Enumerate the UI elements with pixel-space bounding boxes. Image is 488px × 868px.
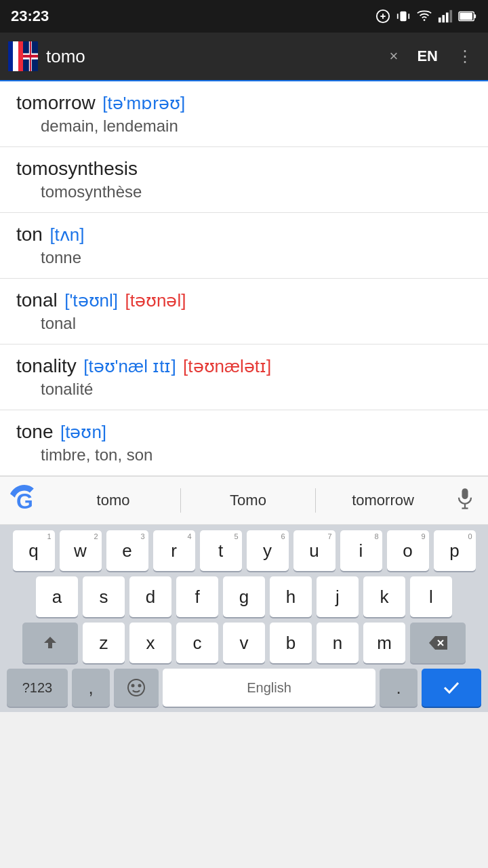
suggestions-bar: G tomo Tomo tomorrow [0,476,488,525]
search-input[interactable] [46,46,376,67]
battery-icon [458,10,477,22]
result-phonetic-2: [təʊnælətɪ] [183,356,271,376]
key-i[interactable]: 8i [340,530,382,571]
suggestion-Tomo[interactable]: Tomo [181,486,315,515]
num-switch-button[interactable]: ?123 [7,669,68,707]
result-word-line: tomorrow [tə'mɒrəʊ] [16,92,472,114]
language-flag[interactable] [8,41,38,71]
search-bar: × EN ⋮ [0,33,488,81]
result-item[interactable]: tonality [təʊ'næl ɪtɪ] [təʊnælətɪ] tonal… [0,344,488,410]
emoji-button[interactable] [114,669,159,707]
svg-rect-10 [474,14,476,18]
key-q[interactable]: 1q [13,530,55,571]
key-m[interactable]: m [363,623,405,663]
keyboard: 1q 2w 3e 4r 5t 6y 7u 8i 9o 0p a s d f g … [0,525,488,712]
svg-rect-6 [442,15,445,22]
period-key[interactable]: . [380,669,418,707]
microphone-icon [455,488,474,511]
mic-button[interactable] [450,482,480,519]
suggestion-tomo[interactable]: tomo [46,486,180,515]
key-y[interactable]: 6y [247,530,289,571]
menu-button[interactable]: ⋮ [451,44,480,68]
result-phonetic: [təʊn] [60,422,106,442]
svg-point-20 [139,685,141,687]
result-word: tonal [16,290,58,311]
result-word: tomorrow [16,92,96,113]
result-translation: timbre, ton, son [16,446,472,465]
key-t[interactable]: 5t [200,530,242,571]
key-x[interactable]: x [129,623,171,663]
result-item[interactable]: ton [tʌn] tonne [0,213,488,279]
key-u[interactable]: 7u [293,530,336,571]
result-phonetic: [tʌn] [49,224,84,245]
key-j[interactable]: j [317,576,359,617]
result-item[interactable]: tomorrow [tə'mɒrəʊ] demain, lendemain [0,81,488,147]
result-translation: tonne [16,248,472,267]
google-logo: G [8,484,41,517]
result-item[interactable]: tonal ['təʊnl] [təʊnəl] tonal [0,279,488,344]
key-o[interactable]: 9o [387,530,429,571]
key-h[interactable]: h [270,576,312,617]
key-z[interactable]: z [83,623,125,663]
wifi-icon [416,9,432,24]
svg-rect-8 [449,10,452,22]
backspace-button[interactable] [410,623,466,663]
key-c[interactable]: c [176,623,218,663]
key-g[interactable]: g [223,576,265,617]
enter-button[interactable] [422,669,481,707]
status-time: 23:23 [11,7,49,25]
language-button[interactable]: EN [411,45,443,68]
key-b[interactable]: b [270,623,312,663]
result-word: tonality [16,355,77,376]
result-item[interactable]: tomosynthesis tomosynthèse [0,147,488,213]
result-item[interactable]: tone [təʊn] timbre, ton, son [0,410,488,476]
key-s[interactable]: s [83,576,125,617]
results-list: tomorrow [tə'mɒrəʊ] demain, lendemain to… [0,81,488,476]
result-word-line: tonal ['təʊnl] [təʊnəl] [16,290,472,311]
shift-button[interactable] [22,623,78,663]
result-phonetic: [tə'mɒrəʊ] [102,93,185,113]
keyboard-row-2: a s d f g h j k l [3,576,485,617]
key-f[interactable]: f [176,576,218,617]
result-word: tone [16,421,54,442]
key-l[interactable]: l [410,576,452,617]
keyboard-bottom-row: ?123 , English . [3,669,485,707]
backspace-icon [428,635,447,650]
key-r[interactable]: 4r [153,530,195,571]
key-a[interactable]: a [36,576,78,617]
suggestion-tomorrow[interactable]: tomorrow [316,486,450,515]
key-n[interactable]: n [317,623,359,663]
comma-key[interactable]: , [72,669,110,707]
keyboard-row-3: z x c v b n m [3,623,485,663]
key-w[interactable]: 2w [60,530,102,571]
result-phonetic-2: [təʊnəl] [125,290,186,311]
clear-button[interactable]: × [384,45,404,68]
signal-icon [438,9,453,24]
svg-rect-13 [462,488,468,499]
shift-icon [42,635,58,651]
emoji-icon [126,677,146,698]
result-word-line: ton [tʌn] [16,224,472,245]
key-e[interactable]: 3e [106,530,148,571]
key-p[interactable]: 0p [434,530,476,571]
result-translation: tomosynthèse [16,182,472,201]
result-word-line: tomosynthesis [16,158,472,180]
svg-rect-7 [446,13,449,23]
svg-rect-5 [439,18,441,22]
key-d[interactable]: d [129,576,171,617]
spacebar-key[interactable]: English [163,669,375,707]
svg-rect-3 [400,12,406,22]
french-flag [8,41,23,71]
key-k[interactable]: k [363,576,405,617]
result-translation: demain, lendemain [16,117,472,136]
key-v[interactable]: v [223,623,265,663]
result-translation: tonal [16,314,472,333]
keyboard-row-1: 1q 2w 3e 4r 5t 6y 7u 8i 9o 0p [3,530,485,571]
result-phonetic-1: ['təʊnl] [64,290,118,311]
result-word-line: tone [təʊn] [16,421,472,443]
svg-rect-11 [460,13,472,20]
result-phonetic-1: [təʊ'næl ɪtɪ] [83,356,176,376]
add-circle-icon [375,9,390,24]
svg-point-4 [424,19,426,21]
status-icons [375,9,477,24]
